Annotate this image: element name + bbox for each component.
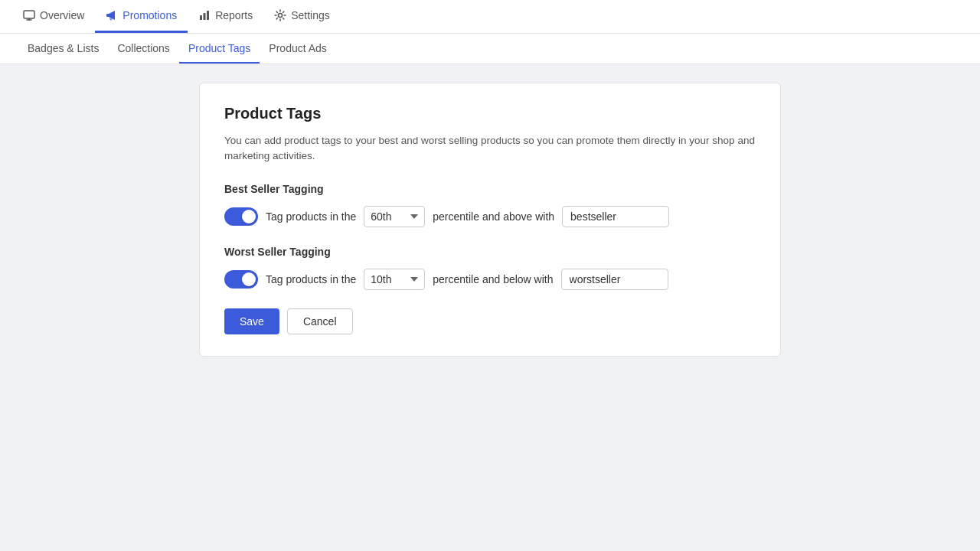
worst-seller-title: Worst Seller Tagging — [224, 246, 756, 258]
worst-seller-toggle[interactable] — [224, 270, 258, 289]
button-row: Save Cancel — [224, 308, 756, 334]
worst-seller-toggle-thumb — [242, 272, 256, 286]
nav-overview-label: Overview — [40, 9, 84, 21]
nav-promotions-label: Promotions — [122, 9, 177, 21]
worst-seller-toggle-track — [224, 270, 258, 289]
best-seller-title: Best Seller Tagging — [224, 183, 756, 195]
card-title: Product Tags — [224, 105, 756, 122]
subnav-badges-lists-label: Badges & Lists — [28, 42, 99, 54]
worst-seller-text2: percentile and below with — [433, 273, 553, 285]
subnav-product-tags[interactable]: Product Tags — [179, 34, 260, 64]
best-seller-text1: Tag products in the — [266, 210, 356, 223]
cancel-button[interactable]: Cancel — [287, 308, 353, 334]
nav-settings[interactable]: Settings — [263, 0, 341, 33]
subnav-product-ads[interactable]: Product Ads — [260, 34, 336, 64]
best-seller-row: Tag products in the 60th 70th 80th 90th … — [224, 206, 756, 227]
card-description: You can add product tags to your best an… — [224, 133, 756, 165]
best-seller-toggle-track — [224, 207, 258, 226]
svg-rect-1 — [200, 15, 202, 20]
monitor-icon — [23, 9, 35, 21]
best-seller-text2: percentile and above with — [433, 210, 554, 223]
best-seller-percentile-select[interactable]: 60th 70th 80th 90th 50th 40th 30th — [364, 206, 425, 227]
best-seller-section: Best Seller Tagging Tag products in the … — [224, 183, 756, 227]
subnav-product-tags-label: Product Tags — [188, 42, 250, 54]
best-seller-toggle[interactable] — [224, 207, 258, 226]
megaphone-icon — [106, 9, 118, 21]
save-button[interactable]: Save — [224, 308, 279, 334]
nav-reports[interactable]: Reports — [188, 0, 263, 33]
subnav-collections[interactable]: Collections — [108, 34, 178, 64]
subnav-collections-label: Collections — [117, 42, 169, 54]
subnav-product-ads-label: Product Ads — [269, 42, 327, 54]
product-tags-card: Product Tags You can add product tags to… — [199, 83, 781, 357]
best-seller-tag-input[interactable] — [562, 206, 669, 227]
worst-seller-text1: Tag products in the — [266, 273, 356, 285]
worst-seller-row: Tag products in the 10th 20th 5th 15th p… — [224, 269, 756, 290]
nav-settings-label: Settings — [291, 9, 330, 21]
bar-chart-icon — [198, 9, 211, 21]
svg-rect-2 — [204, 13, 206, 20]
top-nav: Overview Promotions Reports — [0, 0, 980, 34]
nav-promotions[interactable]: Promotions — [95, 0, 188, 33]
worst-seller-tag-input[interactable] — [561, 269, 668, 290]
svg-point-4 — [279, 14, 283, 18]
worst-seller-section: Worst Seller Tagging Tag products in the… — [224, 246, 756, 290]
svg-rect-0 — [24, 11, 34, 18]
sub-nav: Badges & Lists Collections Product Tags … — [0, 34, 980, 64]
nav-reports-label: Reports — [215, 9, 253, 21]
best-seller-toggle-thumb — [242, 210, 256, 223]
gear-icon — [274, 9, 286, 21]
worst-seller-percentile-select[interactable]: 10th 20th 5th 15th — [364, 269, 425, 290]
page-content: Product Tags You can add product tags to… — [0, 64, 980, 375]
nav-overview[interactable]: Overview — [12, 0, 95, 33]
subnav-badges-lists[interactable]: Badges & Lists — [18, 34, 108, 64]
svg-rect-3 — [207, 11, 209, 20]
